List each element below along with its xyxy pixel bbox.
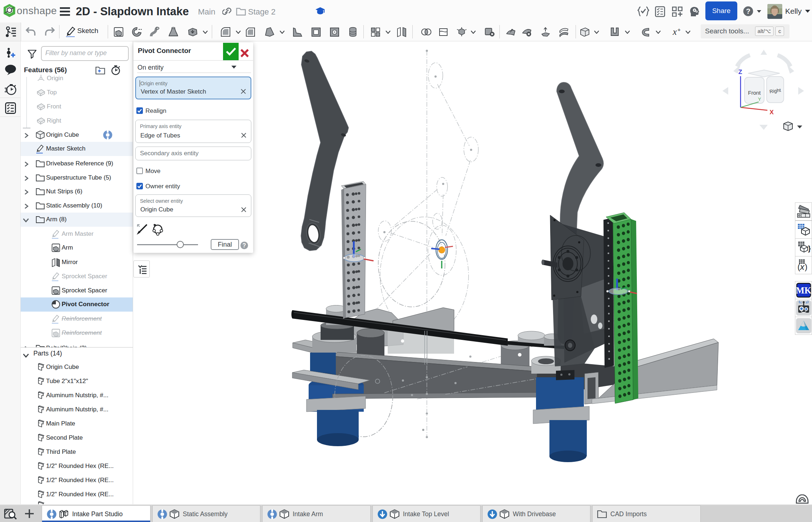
svg-text:MK: MK [796, 285, 811, 295]
svg-text:Y: Y [758, 96, 761, 102]
svg-text:}: } [808, 244, 811, 252]
svg-text:x: x [800, 262, 805, 272]
svg-text:Z: Z [738, 69, 742, 75]
svg-text:): ) [805, 262, 807, 271]
svg-text:x: x [672, 27, 677, 37]
svg-text:X: X [770, 109, 774, 116]
svg-text:+: + [677, 26, 681, 33]
svg-text:?: ? [746, 7, 750, 15]
svg-text:Front: Front [748, 90, 761, 96]
